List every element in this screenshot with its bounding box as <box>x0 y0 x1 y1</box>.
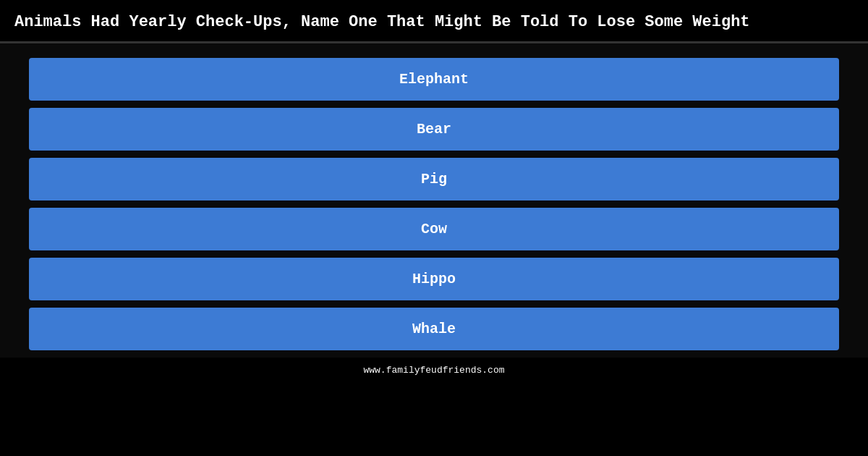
answer-label-elephant: Elephant <box>399 71 469 88</box>
answer-label-hippo: Hippo <box>412 271 456 287</box>
answer-button-pig[interactable]: Pig <box>29 158 839 200</box>
answer-label-pig: Pig <box>421 171 447 187</box>
answers-list: Elephant Bear Pig Cow Hippo Whale <box>0 43 868 358</box>
question-header: Animals Had Yearly Check-Ups, Name One T… <box>0 0 868 43</box>
answer-button-cow[interactable]: Cow <box>29 208 839 250</box>
footer-url: www.familyfeudfriends.com <box>363 365 504 376</box>
answer-button-whale[interactable]: Whale <box>29 308 839 350</box>
page-container: Animals Had Yearly Check-Ups, Name One T… <box>0 0 868 379</box>
answer-button-elephant[interactable]: Elephant <box>29 58 839 101</box>
footer: www.familyfeudfriends.com <box>0 358 868 379</box>
answer-label-cow: Cow <box>421 221 447 237</box>
answer-button-bear[interactable]: Bear <box>29 108 839 151</box>
answer-label-bear: Bear <box>417 121 451 138</box>
answer-button-hippo[interactable]: Hippo <box>29 258 839 300</box>
answer-label-whale: Whale <box>412 321 456 337</box>
question-text: Animals Had Yearly Check-Ups, Name One T… <box>14 13 750 31</box>
